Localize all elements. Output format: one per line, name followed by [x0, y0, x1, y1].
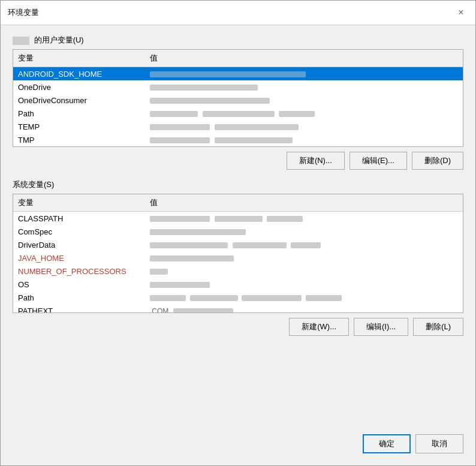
- redacted-block: [150, 229, 246, 235]
- redacted-block: [291, 242, 321, 248]
- row-value: [150, 240, 458, 249]
- cancel-button[interactable]: 取消: [415, 434, 463, 453]
- user-new-button[interactable]: 新建(N)...: [287, 152, 345, 170]
- redacted-block: [233, 242, 287, 248]
- table-row[interactable]: JAVA_HOME: [13, 251, 463, 264]
- redacted-block: [150, 71, 306, 77]
- system-delete-button[interactable]: 删除(L): [413, 318, 463, 336]
- redacted-block: [215, 216, 263, 222]
- row-value: .COM: [150, 306, 458, 313]
- table-row[interactable]: OS: [13, 278, 463, 291]
- close-button[interactable]: ×: [454, 5, 468, 20]
- row-name: DriverData: [18, 240, 150, 249]
- row-value: [150, 214, 458, 223]
- row-value: [150, 109, 458, 118]
- row-value: [150, 293, 458, 302]
- row-name: Path: [18, 293, 150, 302]
- row-name: TMP: [18, 136, 150, 145]
- redacted-block: [173, 308, 233, 312]
- row-name: OneDrive: [18, 83, 150, 92]
- system-table-header: 变量 值: [13, 194, 463, 212]
- system-buttons-row: 新建(W)... 编辑(I)... 删除(L): [13, 318, 463, 336]
- system-new-button[interactable]: 新建(W)...: [289, 318, 349, 336]
- table-row[interactable]: Path: [13, 107, 463, 120]
- redacted-block: [150, 255, 234, 261]
- user-avatar-placeholder: [13, 37, 29, 45]
- redacted-block: [150, 85, 258, 91]
- environment-variables-window: 环境变量 × 的用户变量(U) 变量 值 ANDROID_SDK_HOME: [0, 0, 476, 466]
- redacted-block: [150, 137, 210, 143]
- redacted-block: [150, 98, 270, 104]
- system-col-val: 值: [150, 196, 458, 209]
- user-section-title: 的用户变量(U): [13, 35, 463, 46]
- system-edit-button[interactable]: 编辑(I)...: [354, 318, 408, 336]
- system-table-body: CLASSPATH ComSpec: [13, 212, 463, 312]
- row-value: [150, 254, 458, 263]
- user-delete-button[interactable]: 删除(D): [412, 152, 463, 170]
- row-name: JAVA_HOME: [18, 254, 150, 263]
- user-variables-section: 的用户变量(U) 变量 值 ANDROID_SDK_HOME: [13, 35, 463, 170]
- table-row[interactable]: ComSpec: [13, 225, 463, 238]
- user-table-header: 变量 值: [13, 50, 463, 67]
- row-name: PATHEXT: [18, 306, 150, 313]
- bottom-buttons-row: 确定 取消: [13, 429, 463, 453]
- redacted-block: [306, 295, 342, 301]
- system-variables-table: 变量 值 CLASSPATH ComSpec: [13, 194, 463, 313]
- redacted-block: [267, 216, 303, 222]
- user-buttons-row: 新建(N)... 编辑(E)... 删除(D): [13, 152, 463, 170]
- window-content: 的用户变量(U) 变量 值 ANDROID_SDK_HOME: [1, 25, 475, 465]
- row-name: Path: [18, 109, 150, 118]
- table-row[interactable]: OneDrive: [13, 80, 463, 94]
- window-title: 环境变量: [8, 7, 39, 18]
- redacted-block: [150, 295, 186, 301]
- row-value: [150, 227, 458, 236]
- table-row[interactable]: TMP: [13, 133, 463, 146]
- row-name: ComSpec: [18, 227, 150, 236]
- row-value: [150, 122, 458, 131]
- row-value: [150, 280, 458, 289]
- title-bar: 环境变量 ×: [1, 1, 475, 25]
- row-name: TEMP: [18, 122, 150, 131]
- row-value: [150, 267, 458, 276]
- row-value: [150, 96, 458, 105]
- row-value: [150, 83, 458, 92]
- redacted-block: [150, 216, 210, 222]
- system-col-var: 变量: [18, 196, 150, 209]
- row-name: OS: [18, 280, 150, 289]
- redacted-block: [190, 295, 238, 301]
- row-value-text: .COM: [150, 307, 168, 313]
- table-row[interactable]: CLASSPATH: [13, 212, 463, 225]
- row-name: NUMBER_OF_PROCESSORS: [18, 267, 150, 276]
- row-name: OneDriveConsumer: [18, 96, 150, 105]
- redacted-block: [242, 295, 302, 301]
- system-section-title: 系统变量(S): [13, 179, 463, 190]
- redacted-block: [150, 124, 210, 130]
- row-value: [150, 136, 458, 145]
- redacted-block: [279, 111, 315, 117]
- user-col-val: 值: [150, 52, 458, 65]
- table-row[interactable]: OneDriveConsumer: [13, 94, 463, 107]
- system-variables-section: 系统变量(S) 变量 值 CLASSPATH: [13, 179, 463, 336]
- row-name: ANDROID_SDK_HOME: [18, 70, 150, 79]
- user-variables-table: 变量 值 ANDROID_SDK_HOME OneDrive: [13, 49, 463, 147]
- user-table-body: ANDROID_SDK_HOME OneDrive On: [13, 67, 463, 146]
- table-row[interactable]: ANDROID_SDK_HOME: [13, 67, 463, 80]
- user-col-var: 变量: [18, 52, 150, 65]
- redacted-block: [150, 242, 228, 248]
- redacted-block: [150, 111, 198, 117]
- redacted-block: [150, 282, 210, 288]
- table-row[interactable]: Path: [13, 291, 463, 304]
- table-row[interactable]: PATHEXT .COM: [13, 304, 463, 312]
- table-row[interactable]: TEMP: [13, 120, 463, 133]
- row-name: CLASSPATH: [18, 214, 150, 223]
- redacted-block: [150, 269, 168, 275]
- redacted-block: [215, 137, 293, 143]
- row-value: [150, 70, 458, 79]
- table-row[interactable]: DriverData: [13, 238, 463, 251]
- redacted-block: [215, 124, 299, 130]
- ok-button[interactable]: 确定: [363, 434, 411, 453]
- redacted-block: [203, 111, 275, 117]
- user-edit-button[interactable]: 编辑(E)...: [350, 152, 407, 170]
- table-row[interactable]: NUMBER_OF_PROCESSORS: [13, 264, 463, 278]
